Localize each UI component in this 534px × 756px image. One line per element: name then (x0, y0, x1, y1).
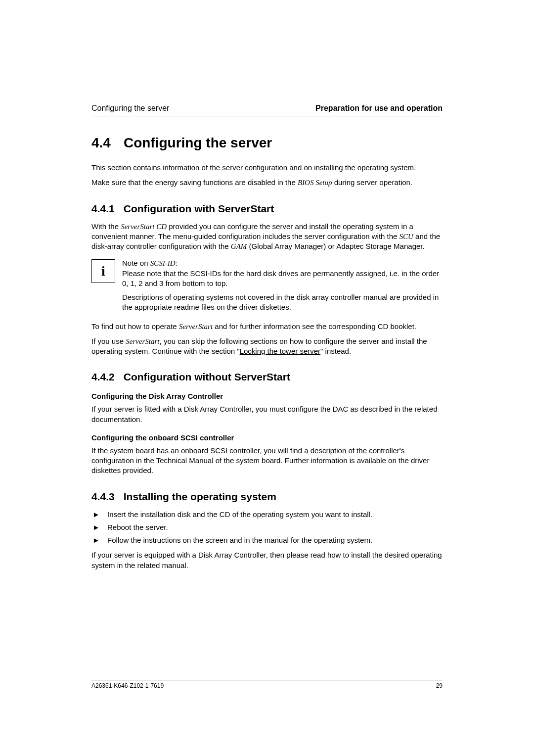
heading-title: Configuration without ServerStart (124, 371, 290, 382)
note-line-2: Descriptions of operating systems not co… (122, 292, 443, 313)
note-line-1: Note on SCSI-ID: Please note that the SC… (122, 258, 443, 288)
heading-title: Configuring the server (124, 135, 272, 150)
header-right: Preparation for use and operation (315, 104, 443, 113)
heading-4-4-1: 4.4.1Configuration with ServerStart (91, 203, 443, 215)
step-2: ► Reboot the server. (91, 522, 443, 532)
step-text: Follow the instructions on the screen an… (107, 535, 372, 545)
header-left: Configuring the server (91, 104, 169, 113)
triangle-bullet-icon: ► (91, 510, 107, 520)
heading-number: 4.4.2 (91, 371, 115, 383)
step-1: ► Insert the installation disk and the C… (91, 510, 443, 520)
page-header: Configuring the server Preparation for u… (91, 104, 443, 116)
step-text: Insert the installation disk and the CD … (107, 510, 372, 520)
heading-4-4-3: 4.4.3Installing the operating system (91, 491, 443, 503)
subheading-scsi: Configuring the onboard SCSI controller (91, 433, 443, 442)
heading-4-4: 4.4Configuring the server (91, 135, 443, 151)
subheading-dac: Configuring the Disk Array Controller (91, 392, 443, 400)
step-text: Reboot the server. (107, 522, 168, 532)
section-441-paragraph-2: To find out how to operate ServerStart a… (91, 322, 443, 331)
intro-paragraph-2: Make sure that the energy saving functio… (91, 178, 443, 188)
section-441-paragraph-3: If you use ServerStart, you can skip the… (91, 336, 443, 357)
subheading-dac-paragraph: If your server is fitted with a Disk Arr… (91, 404, 443, 425)
triangle-bullet-icon: ► (91, 535, 107, 545)
section-441-paragraph: With the ServerStart CD provided you can… (91, 222, 443, 252)
subheading-scsi-paragraph: If the system board has an onboard SCSI … (91, 446, 443, 476)
heading-number: 4.4 (91, 135, 111, 151)
heading-title: Installing the operating system (124, 491, 276, 502)
heading-title: Configuration with ServerStart (124, 203, 274, 214)
heading-4-4-2: 4.4.2Configuration without ServerStart (91, 371, 443, 383)
section-443-tail: If your server is equipped with a Disk A… (91, 550, 443, 570)
intro-paragraph-1: This section contains information of the… (91, 163, 443, 173)
footer-page-number: 29 (436, 682, 443, 689)
heading-number: 4.4.3 (91, 491, 115, 503)
footer-doc-id: A26361-K646-Z102-1-7619 (91, 682, 164, 689)
info-icon: i (91, 259, 115, 283)
info-note-body: Note on SCSI-ID: Please note that the SC… (122, 258, 443, 316)
document-page: Configuring the server Preparation for u… (0, 0, 534, 625)
info-note-box: i Note on SCSI-ID: Please note that the … (91, 258, 443, 316)
heading-number: 4.4.1 (91, 203, 115, 215)
triangle-bullet-icon: ► (91, 522, 107, 532)
link-locking-tower-server[interactable]: Locking the tower server (240, 347, 320, 355)
step-3: ► Follow the instructions on the screen … (91, 535, 443, 545)
page-footer: A26361-K646-Z102-1-7619 29 (91, 680, 443, 689)
